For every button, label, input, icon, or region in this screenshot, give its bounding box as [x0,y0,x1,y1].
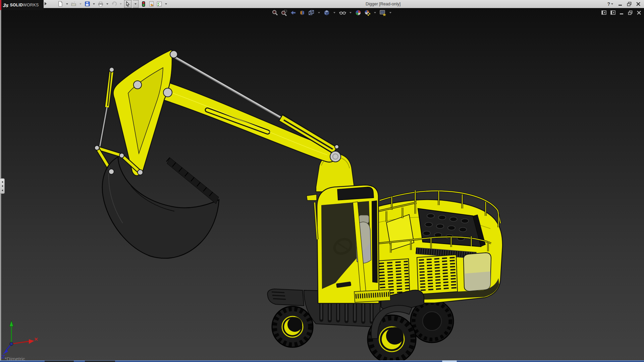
zoom-to-fit-button[interactable] [272,9,278,16]
apply-scene-icon [364,9,371,16]
origin-triad [1,320,38,358]
print-button[interactable] [97,0,104,8]
doc-close-button[interactable] [637,10,641,15]
taskbar-button-active[interactable] [442,360,457,362]
section-view-button[interactable] [299,9,306,16]
open-folder-icon [71,1,77,7]
undo-icon [111,1,117,7]
front-wheel [272,306,313,347]
taskbar-button[interactable] [85,361,115,362]
save-dropdown-arrow[interactable] [93,3,95,5]
undo-button[interactable] [111,0,117,8]
appearance-sphere-icon [355,9,362,16]
select-dropdown-arrow[interactable] [133,0,139,8]
print-icon [98,1,104,7]
save-button[interactable] [84,0,91,8]
minimize-button[interactable] [618,2,623,6]
boom-arm [152,82,336,162]
view-settings-button[interactable] [379,9,386,16]
select-cursor-icon [125,1,131,7]
logo-wordmark: SOLIDWORKS [10,3,39,7]
front-step [354,290,390,302]
open-button[interactable] [70,0,77,8]
view-settings-dropdown-arrow[interactable] [389,12,391,13]
engine-housing [368,190,502,303]
menu-bar-toolbar [57,0,168,8]
display-style-dropdown-arrow[interactable] [333,12,335,13]
logo-monogram: 3s [3,2,9,8]
cab-side-window [372,200,378,283]
options-button[interactable] [156,0,163,8]
zoom-to-fit-icon [272,9,278,16]
help-dropdown-arrow[interactable] [611,3,613,5]
options-checklist-icon [156,1,162,7]
bucket-cylinder [99,70,112,149]
view-orientation-button[interactable] [308,9,315,16]
hide-show-dropdown-arrow[interactable] [350,12,352,13]
glasses-icon [339,9,346,16]
help-button[interactable]: ? [607,1,614,7]
hide-show-items-button[interactable] [339,9,346,16]
file-properties-button[interactable] [148,0,155,8]
bucket [102,157,219,258]
solidworks-window: Digger [Read-only] ? 3s SOLIDWORKS [0,0,644,362]
display-style-button[interactable] [323,9,330,16]
previous-view-icon [290,9,297,16]
undo-dropdown-arrow[interactable] [120,3,122,5]
new-button[interactable] [57,0,64,8]
save-floppy-icon [84,1,90,7]
close-button[interactable] [636,2,641,6]
edit-appearance-button[interactable] [355,9,362,16]
restore-button[interactable] [627,2,632,6]
document-window-controls [601,10,641,15]
new-dropdown-arrow[interactable] [66,3,68,5]
file-properties-icon [148,1,154,7]
window-title: Digger [Read-only] [366,0,400,8]
view-orientation-cube-icon [308,9,315,16]
roof-glass [337,187,374,200]
digger-model[interactable] [0,8,644,361]
menu-expand-arrow[interactable] [45,2,47,5]
taskbar-button[interactable] [45,361,74,362]
new-icon [57,1,63,7]
select-tool-button[interactable] [124,0,131,8]
logo-accent-stripe [0,0,1,10]
zoom-to-area-icon [281,9,287,16]
apply-scene-button[interactable] [364,9,371,16]
apply-scene-dropdown-arrow[interactable] [374,12,376,13]
heads-up-view-toolbar [272,9,392,16]
open-dropdown-arrow[interactable] [79,3,82,5]
doc-restore-button[interactable] [628,10,633,15]
view-orientation-dropdown-arrow[interactable] [318,12,320,13]
windows-taskbar-edge[interactable] [0,360,644,362]
rebuild-button[interactable] [140,0,147,8]
graphics-area[interactable]: *Dimetric [0,8,644,361]
panel-splitter-handle[interactable] [0,178,5,194]
previous-view-button[interactable] [290,9,297,16]
print-dropdown-arrow[interactable] [106,3,108,5]
toggle-right-pane-button[interactable] [610,10,616,15]
display-style-cube-icon [323,9,330,16]
section-view-icon [299,9,306,16]
zoom-to-area-button[interactable] [281,9,287,16]
solidworks-logo[interactable]: 3s SOLIDWORKS [0,0,44,10]
help-icon: ? [607,1,610,7]
options-dropdown-arrow[interactable] [165,3,167,5]
titlebar-controls: ? [607,0,641,8]
rebuild-traffic-light-icon [140,1,146,7]
view-settings-icon [379,9,386,16]
doc-minimize-button[interactable] [620,10,624,15]
titlebar: Digger [Read-only] ? [0,0,644,8]
cab [307,185,379,303]
toggle-left-pane-button[interactable] [601,10,607,15]
